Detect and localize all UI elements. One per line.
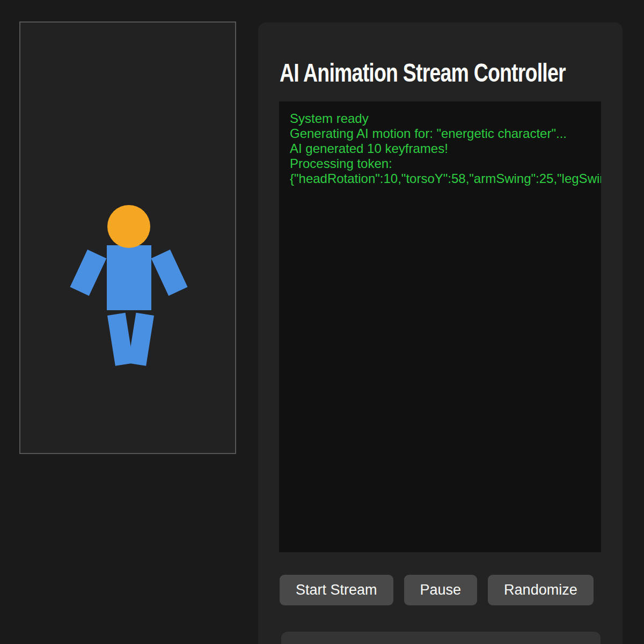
prompt-input-box[interactable] [281, 632, 601, 644]
character-right-leg [128, 313, 154, 366]
pause-button[interactable]: Pause [404, 575, 478, 605]
console-line: {"headRotation":10,"torsoY":58,"armSwing… [290, 171, 590, 186]
character-left-arm [70, 250, 106, 296]
page-title: AI Animation Stream Controller [280, 57, 566, 89]
console-line: System ready [290, 111, 590, 126]
controller-panel: AI Animation Stream Controller System re… [258, 23, 623, 644]
console-line: AI generated 10 keyframes! [290, 141, 590, 156]
character-right-arm [151, 250, 188, 296]
console-line: Generating AI motion for: "energetic cha… [290, 126, 590, 141]
start-stream-button[interactable]: Start Stream [280, 575, 393, 605]
character-head [107, 205, 150, 248]
randomize-button[interactable]: Randomize [488, 575, 594, 605]
console-log: System ready Generating AI motion for: "… [279, 101, 601, 552]
character-stage [19, 21, 236, 454]
app-root: { "stage": { "label": "character-preview… [0, 0, 644, 644]
button-row: Start Stream Pause Randomize [280, 575, 594, 605]
console-line: Processing token: [290, 156, 590, 171]
character-torso [107, 245, 151, 310]
